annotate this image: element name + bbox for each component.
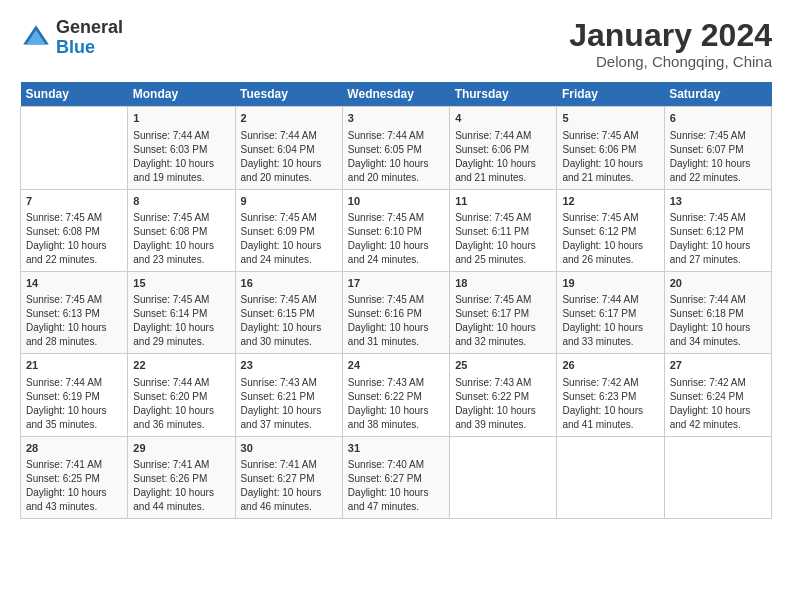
day-number: 28 [26,441,122,456]
sunset: Sunset: 6:03 PM [133,144,207,155]
daylight: Daylight: 10 hours and 22 minutes. [26,240,107,265]
sunset: Sunset: 6:13 PM [26,308,100,319]
col-tuesday: Tuesday [235,82,342,107]
sunset: Sunset: 6:18 PM [670,308,744,319]
sunset: Sunset: 6:11 PM [455,226,529,237]
title-block: January 2024 Delong, Chongqing, China [569,18,772,70]
table-row: 2Sunrise: 7:44 AMSunset: 6:04 PMDaylight… [235,107,342,189]
sunset: Sunset: 6:04 PM [241,144,315,155]
table-row [450,436,557,518]
table-row: 7Sunrise: 7:45 AMSunset: 6:08 PMDaylight… [21,189,128,271]
table-row: 12Sunrise: 7:45 AMSunset: 6:12 PMDayligh… [557,189,664,271]
day-number: 21 [26,358,122,373]
sunrise: Sunrise: 7:44 AM [26,377,102,388]
month-title: January 2024 [569,18,772,53]
daylight: Daylight: 10 hours and 20 minutes. [241,158,322,183]
table-row: 25Sunrise: 7:43 AMSunset: 6:22 PMDayligh… [450,354,557,436]
table-row: 19Sunrise: 7:44 AMSunset: 6:17 PMDayligh… [557,271,664,353]
sunset: Sunset: 6:19 PM [26,391,100,402]
daylight: Daylight: 10 hours and 26 minutes. [562,240,643,265]
sunrise: Sunrise: 7:42 AM [670,377,746,388]
sunrise: Sunrise: 7:41 AM [133,459,209,470]
sunrise: Sunrise: 7:44 AM [241,130,317,141]
col-friday: Friday [557,82,664,107]
sunrise: Sunrise: 7:42 AM [562,377,638,388]
sunrise: Sunrise: 7:45 AM [670,212,746,223]
table-row: 9Sunrise: 7:45 AMSunset: 6:09 PMDaylight… [235,189,342,271]
sunrise: Sunrise: 7:41 AM [26,459,102,470]
calendar-header-row: Sunday Monday Tuesday Wednesday Thursday… [21,82,772,107]
sunset: Sunset: 6:06 PM [455,144,529,155]
daylight: Daylight: 10 hours and 47 minutes. [348,487,429,512]
sunrise: Sunrise: 7:45 AM [133,294,209,305]
logo-icon [20,22,52,54]
sunset: Sunset: 6:14 PM [133,308,207,319]
daylight: Daylight: 10 hours and 22 minutes. [670,158,751,183]
table-row: 27Sunrise: 7:42 AMSunset: 6:24 PMDayligh… [664,354,771,436]
calendar-week-row: 28Sunrise: 7:41 AMSunset: 6:25 PMDayligh… [21,436,772,518]
daylight: Daylight: 10 hours and 43 minutes. [26,487,107,512]
sunset: Sunset: 6:15 PM [241,308,315,319]
sunset: Sunset: 6:20 PM [133,391,207,402]
calendar-week-row: 21Sunrise: 7:44 AMSunset: 6:19 PMDayligh… [21,354,772,436]
sunset: Sunset: 6:22 PM [455,391,529,402]
day-number: 29 [133,441,229,456]
sunset: Sunset: 6:12 PM [562,226,636,237]
day-number: 7 [26,194,122,209]
table-row: 22Sunrise: 7:44 AMSunset: 6:20 PMDayligh… [128,354,235,436]
sunrise: Sunrise: 7:45 AM [562,130,638,141]
table-row: 21Sunrise: 7:44 AMSunset: 6:19 PMDayligh… [21,354,128,436]
day-number: 18 [455,276,551,291]
daylight: Daylight: 10 hours and 46 minutes. [241,487,322,512]
sunset: Sunset: 6:06 PM [562,144,636,155]
table-row: 5Sunrise: 7:45 AMSunset: 6:06 PMDaylight… [557,107,664,189]
daylight: Daylight: 10 hours and 29 minutes. [133,322,214,347]
sunset: Sunset: 6:12 PM [670,226,744,237]
logo: General Blue [20,18,123,58]
day-number: 9 [241,194,337,209]
day-number: 20 [670,276,766,291]
day-number: 19 [562,276,658,291]
day-number: 23 [241,358,337,373]
sunrise: Sunrise: 7:45 AM [26,294,102,305]
col-monday: Monday [128,82,235,107]
sunset: Sunset: 6:21 PM [241,391,315,402]
day-number: 16 [241,276,337,291]
day-number: 8 [133,194,229,209]
daylight: Daylight: 10 hours and 25 minutes. [455,240,536,265]
sunset: Sunset: 6:16 PM [348,308,422,319]
day-number: 3 [348,111,444,126]
sunrise: Sunrise: 7:43 AM [455,377,531,388]
day-number: 25 [455,358,551,373]
sunset: Sunset: 6:05 PM [348,144,422,155]
logo-general: General [56,17,123,37]
table-row: 4Sunrise: 7:44 AMSunset: 6:06 PMDaylight… [450,107,557,189]
day-number: 14 [26,276,122,291]
logo-text: General Blue [56,18,123,58]
sunset: Sunset: 6:24 PM [670,391,744,402]
sunset: Sunset: 6:27 PM [348,473,422,484]
daylight: Daylight: 10 hours and 34 minutes. [670,322,751,347]
day-number: 31 [348,441,444,456]
daylight: Daylight: 10 hours and 23 minutes. [133,240,214,265]
daylight: Daylight: 10 hours and 20 minutes. [348,158,429,183]
sunrise: Sunrise: 7:41 AM [241,459,317,470]
sunset: Sunset: 6:23 PM [562,391,636,402]
table-row: 14Sunrise: 7:45 AMSunset: 6:13 PMDayligh… [21,271,128,353]
calendar-table: Sunday Monday Tuesday Wednesday Thursday… [20,82,772,519]
sunrise: Sunrise: 7:40 AM [348,459,424,470]
day-number: 27 [670,358,766,373]
sunrise: Sunrise: 7:44 AM [133,130,209,141]
calendar-page: General Blue January 2024 Delong, Chongq… [0,0,792,529]
sunrise: Sunrise: 7:45 AM [562,212,638,223]
table-row: 18Sunrise: 7:45 AMSunset: 6:17 PMDayligh… [450,271,557,353]
table-row: 26Sunrise: 7:42 AMSunset: 6:23 PMDayligh… [557,354,664,436]
day-number: 10 [348,194,444,209]
daylight: Daylight: 10 hours and 31 minutes. [348,322,429,347]
daylight: Daylight: 10 hours and 39 minutes. [455,405,536,430]
sunrise: Sunrise: 7:45 AM [670,130,746,141]
sunrise: Sunrise: 7:45 AM [455,212,531,223]
table-row: 6Sunrise: 7:45 AMSunset: 6:07 PMDaylight… [664,107,771,189]
sunset: Sunset: 6:09 PM [241,226,315,237]
day-number: 12 [562,194,658,209]
